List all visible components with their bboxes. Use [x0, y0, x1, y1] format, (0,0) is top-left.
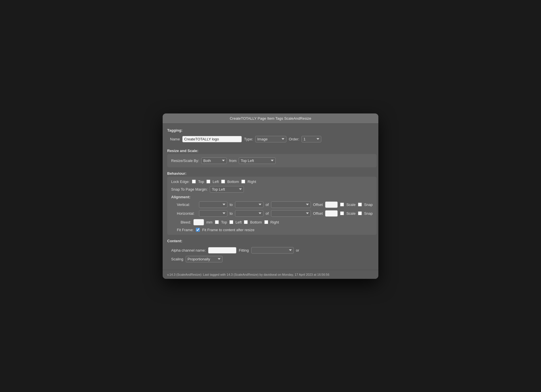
- fitting-select[interactable]: Fill Frame Proportionally Fit Content Pr…: [251, 247, 294, 254]
- lock-right-label: Right: [248, 180, 256, 184]
- horizontal-label: Horizontal:: [177, 211, 197, 216]
- fit-frame-row: Fit Frame: Fit Frame to content after re…: [171, 228, 373, 232]
- from-label: from: [229, 159, 236, 163]
- bleed-top-label: Top: [221, 220, 227, 224]
- bleed-left-label: Left: [236, 220, 242, 224]
- bleed-right-checkbox[interactable]: [264, 220, 268, 224]
- tagging-section: Tagging: Name Type: Image Text Group Ord…: [167, 128, 377, 145]
- content-section: Content: Alpha channel name: Fitting Fil…: [167, 239, 377, 265]
- alpha-fitting-row: Alpha channel name: Fitting Fill Frame P…: [171, 247, 373, 254]
- tagging-label: Tagging:: [167, 128, 377, 132]
- horizontal-offset-label: Offset: [313, 211, 323, 216]
- horizontal-of-select[interactable]: [271, 210, 311, 217]
- vertical-snap-checkbox[interactable]: [358, 203, 362, 206]
- bleed-right-label: Right: [270, 220, 279, 224]
- behaviour-content: Lock Edge: Top Left Bottom Right Snap To…: [167, 177, 377, 235]
- main-content: Tagging: Name Type: Image Text Group Ord…: [167, 128, 377, 265]
- behaviour-label: Behaviour:: [167, 171, 377, 176]
- bleed-input[interactable]: [193, 219, 204, 225]
- dialog-title: CreateTOTALLY Page Item Tags ScaleAndRes…: [163, 113, 378, 124]
- vertical-snap-label: Snap: [364, 203, 373, 207]
- name-label: Name: [170, 137, 180, 141]
- bleed-bottom-checkbox[interactable]: [244, 220, 248, 224]
- snap-margin-row: Snap To Page Margin: Top Left Top Center…: [171, 186, 373, 193]
- horizontal-scale-label: Scale: [346, 211, 356, 216]
- scaling-select[interactable]: Proportionally Non-Proportionally None: [186, 256, 223, 262]
- bleed-row: Bleed: mm Top Left Bottom Right: [171, 219, 373, 225]
- scaling-label: Scaling: [171, 257, 183, 261]
- resize-scale-row: Resize/Scale By: Both Width Height None …: [171, 157, 373, 164]
- alignment-header-row: Alignment:: [171, 195, 373, 199]
- lock-edge-label: Lock Edge:: [171, 180, 190, 184]
- horizontal-snap-checkbox[interactable]: [358, 211, 362, 215]
- horizontal-to-label: to: [230, 211, 233, 216]
- scaling-row: Scaling Proportionally Non-Proportionall…: [171, 256, 373, 262]
- vertical-to-label: to: [230, 203, 233, 207]
- tagging-row: Name Type: Image Text Group Order: 1 2 3: [170, 136, 374, 142]
- horizontal-row: Horizontal: to of Offset: [171, 210, 373, 217]
- footer: v.14.3 (ScaleAndResize): Last tagged wit…: [163, 270, 378, 279]
- horizontal-snap-label: Snap: [364, 211, 373, 216]
- vertical-to-select[interactable]: [235, 201, 263, 208]
- horizontal-offset-input[interactable]: [325, 210, 338, 217]
- vertical-of-select[interactable]: [271, 201, 311, 208]
- fit-frame-checkbox-label: Fit Frame to content after resize: [202, 228, 254, 232]
- lock-top-label: Top: [198, 180, 204, 184]
- bleed-bottom-label: Bottom: [250, 220, 262, 224]
- type-select[interactable]: Image Text Group: [255, 136, 286, 142]
- vertical-of-label: of: [266, 203, 269, 207]
- content-label: Content:: [167, 239, 377, 243]
- lock-bottom-checkbox[interactable]: [221, 180, 225, 184]
- or-label: or: [296, 248, 299, 252]
- snap-margin-label: Snap To Page Margin:: [171, 187, 207, 191]
- fit-frame-checkbox[interactable]: [196, 228, 200, 232]
- bleed-label: Bleed:: [177, 220, 191, 224]
- horizontal-select[interactable]: [199, 210, 227, 217]
- lock-right-checkbox[interactable]: [241, 180, 245, 184]
- vertical-scale-checkbox[interactable]: [340, 203, 344, 206]
- name-input[interactable]: [182, 136, 242, 142]
- from-select[interactable]: Top Left Top Center Top Right Center Lef…: [239, 157, 276, 164]
- vertical-row: Vertical: to of Offset: [171, 201, 373, 208]
- fitting-label: Fitting: [239, 248, 249, 252]
- lock-left-checkbox[interactable]: [206, 180, 210, 184]
- footer-text: v.14.3 (ScaleAndResize): Last tagged wit…: [167, 273, 329, 276]
- vertical-label: Vertical:: [177, 203, 197, 207]
- bleed-left-checkbox[interactable]: [229, 220, 233, 224]
- behaviour-section: Behaviour: Lock Edge: Top Left Bottom Ri…: [167, 171, 377, 235]
- alpha-input[interactable]: [208, 247, 236, 254]
- vertical-scale-label: Scale: [346, 203, 356, 207]
- dialog: CreateTOTALLY Page Item Tags ScaleAndRes…: [163, 113, 378, 279]
- lock-edge-row: Lock Edge: Top Left Bottom Right: [171, 180, 373, 184]
- resize-scale-content: Resize/Scale By: Both Width Height None …: [167, 154, 377, 167]
- alignment-label: Alignment:: [171, 195, 190, 199]
- lock-bottom-label: Bottom: [227, 180, 239, 184]
- lock-left-label: Left: [213, 180, 219, 184]
- resize-scale-label: Resize and Scale:: [167, 149, 377, 153]
- type-label: Type:: [244, 137, 253, 141]
- resize-scale-section: Resize and Scale: Resize/Scale By: Both …: [167, 149, 377, 167]
- horizontal-of-label: of: [266, 211, 269, 216]
- resize-scale-by-label: Resize/Scale By:: [171, 159, 199, 163]
- order-select[interactable]: 1 2 3: [301, 136, 321, 142]
- order-label: Order:: [289, 137, 299, 141]
- vertical-offset-label: Offset: [313, 203, 323, 207]
- alpha-label: Alpha channel name:: [171, 248, 206, 252]
- snap-margin-select[interactable]: Top Left Top Center Top Right Center Lef…: [210, 186, 244, 193]
- resize-select[interactable]: Both Width Height None: [201, 157, 227, 164]
- vertical-offset-input[interactable]: [325, 201, 338, 208]
- vertical-select[interactable]: [199, 201, 227, 208]
- horizontal-scale-checkbox[interactable]: [340, 211, 344, 215]
- horizontal-to-select[interactable]: [235, 210, 263, 217]
- bleed-mm-label: mm: [206, 220, 213, 224]
- content-body: Alpha channel name: Fitting Fill Frame P…: [167, 244, 377, 265]
- fit-frame-label: Fit Frame:: [177, 228, 194, 232]
- bleed-top-checkbox[interactable]: [215, 220, 219, 224]
- lock-top-checkbox[interactable]: [192, 180, 196, 184]
